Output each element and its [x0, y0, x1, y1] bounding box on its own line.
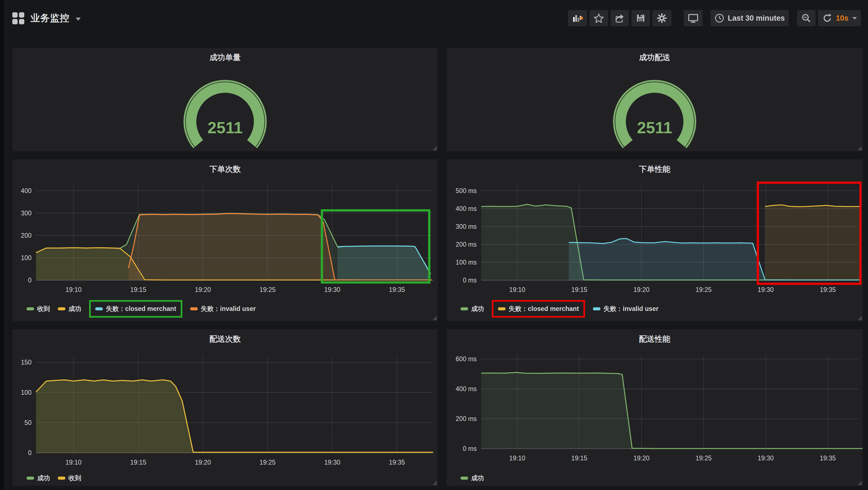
chart-svg: 010020030040019:1019:1519:2019:2519:3019…	[12, 159, 438, 321]
settings-button[interactable]	[652, 10, 672, 26]
dashboard-title[interactable]: 业务监控	[30, 12, 69, 25]
svg-text:50: 50	[24, 419, 32, 426]
legend-item[interactable]: 失败：closed merchant	[89, 300, 182, 318]
panel-resize-handle[interactable]	[433, 146, 437, 150]
svg-text:0 ms: 0 ms	[463, 277, 477, 284]
time-range-label: Last 30 minutes	[728, 14, 785, 23]
panel-resize-handle[interactable]	[858, 481, 862, 485]
svg-text:19:30: 19:30	[758, 286, 774, 293]
svg-text:2511: 2511	[637, 118, 672, 136]
panel-resize-handle[interactable]	[858, 316, 862, 320]
svg-text:19:15: 19:15	[571, 455, 588, 462]
svg-text:19:35: 19:35	[820, 455, 836, 462]
gauge: 2511	[12, 48, 438, 151]
save-icon	[636, 13, 646, 24]
svg-text:100 ms: 100 ms	[456, 259, 477, 266]
svg-text:19:30: 19:30	[324, 459, 340, 466]
refresh-interval-picker[interactable]: 10s	[818, 10, 861, 26]
legend-label: 失败：closed merchant	[106, 305, 176, 313]
svg-text:19:25: 19:25	[695, 455, 712, 462]
svg-text:200: 200	[21, 232, 32, 239]
svg-text:200 ms: 200 ms	[456, 415, 477, 422]
share-button[interactable]	[611, 10, 629, 26]
legend-label: 成功	[471, 305, 484, 313]
panel-resize-handle[interactable]	[858, 146, 862, 150]
add-panel-button[interactable]	[568, 10, 587, 26]
panel-resize-handle[interactable]	[433, 481, 437, 485]
svg-text:400 ms: 400 ms	[456, 385, 477, 393]
refresh-icon	[822, 13, 833, 24]
add-panel-icon	[572, 12, 583, 24]
panel-resize-handle[interactable]	[433, 316, 437, 320]
legend-swatch	[498, 307, 505, 310]
tv-icon	[688, 13, 699, 24]
left-edge-strip	[0, 0, 4, 490]
grid-square	[12, 12, 18, 18]
cycle-view-button[interactable]	[684, 10, 703, 26]
legend-swatch	[58, 477, 65, 480]
legend-item[interactable]: 收到	[27, 305, 50, 313]
star-button[interactable]	[590, 10, 608, 26]
svg-text:300 ms: 300 ms	[456, 223, 477, 230]
svg-text:400 ms: 400 ms	[456, 205, 477, 212]
time-range-picker[interactable]: Last 30 minutes	[711, 10, 789, 26]
zoom-out-icon	[801, 13, 812, 24]
svg-text:600 ms: 600 ms	[456, 355, 477, 363]
legend-item[interactable]: 成功	[461, 305, 484, 313]
svg-text:150: 150	[21, 359, 32, 366]
legend-item[interactable]: 失败：invalid user	[190, 305, 256, 313]
star-icon	[593, 13, 604, 24]
svg-text:500 ms: 500 ms	[456, 187, 477, 194]
chart-legend: 成功失败：closed merchant失败：invalid user	[461, 300, 658, 318]
legend-label: 收到	[68, 474, 81, 483]
legend-label: 成功	[37, 474, 50, 483]
panel-success-delivery-volume: 成功配送 2511	[446, 48, 863, 151]
legend-item[interactable]: 失败：closed merchant	[492, 300, 585, 318]
save-button[interactable]	[631, 10, 650, 26]
chevron-down-icon[interactable]	[76, 18, 81, 21]
svg-text:19:30: 19:30	[758, 455, 774, 462]
svg-text:19:10: 19:10	[509, 286, 525, 293]
panel-order-performance: 下单性能 0 ms100 ms200 ms300 ms400 ms500 ms1…	[446, 159, 863, 321]
time-series-chart: 0 ms200 ms400 ms600 ms19:1019:1519:2019:…	[446, 329, 863, 486]
gear-icon	[656, 12, 668, 24]
panel-order-count: 下单次数 010020030040019:1019:1519:2019:2519…	[12, 159, 438, 321]
svg-text:19:20: 19:20	[195, 459, 211, 466]
time-series-chart: 0 ms100 ms200 ms300 ms400 ms500 ms19:101…	[446, 159, 863, 321]
clock-icon	[714, 13, 724, 23]
svg-text:19:35: 19:35	[389, 286, 405, 293]
chart-legend: 成功	[461, 474, 484, 483]
legend-label: 收到	[37, 305, 50, 313]
legend-item[interactable]: 成功	[58, 305, 81, 313]
gauge: 2511	[446, 48, 863, 151]
legend-item[interactable]: 失败：invalid user	[593, 305, 658, 313]
share-icon	[614, 13, 625, 24]
dashboards-grid-icon[interactable]	[12, 12, 24, 24]
svg-text:19:15: 19:15	[130, 286, 146, 293]
legend-swatch	[593, 307, 600, 310]
legend-swatch	[27, 307, 34, 310]
svg-text:100: 100	[21, 254, 32, 262]
legend-swatch	[95, 307, 103, 310]
svg-text:19:35: 19:35	[820, 286, 836, 293]
legend-label: 失败：closed merchant	[508, 305, 579, 313]
svg-text:0: 0	[28, 277, 32, 284]
legend-item[interactable]: 成功	[27, 474, 50, 483]
dashboard-grid: 成功单量 2511 成功配送 2511 下单次数 010020030040019…	[12, 48, 863, 486]
svg-text:19:15: 19:15	[571, 286, 588, 293]
legend-label: 成功	[471, 474, 484, 483]
navbar: 业务监控	[4, 0, 868, 36]
svg-text:400: 400	[21, 187, 32, 194]
legend-swatch	[461, 307, 468, 310]
zoom-out-button[interactable]	[797, 10, 815, 26]
chevron-down-icon	[852, 17, 857, 20]
legend-item[interactable]: 成功	[461, 474, 484, 483]
grid-square	[19, 19, 24, 24]
legend-item[interactable]: 收到	[58, 474, 81, 483]
svg-text:19:30: 19:30	[324, 286, 340, 293]
svg-text:300: 300	[21, 210, 32, 217]
chart-svg: 0 ms200 ms400 ms600 ms19:1019:1519:2019:…	[446, 329, 863, 486]
svg-text:19:25: 19:25	[259, 459, 276, 466]
legend-label: 失败：invalid user	[603, 305, 658, 313]
svg-text:0: 0	[28, 449, 32, 457]
